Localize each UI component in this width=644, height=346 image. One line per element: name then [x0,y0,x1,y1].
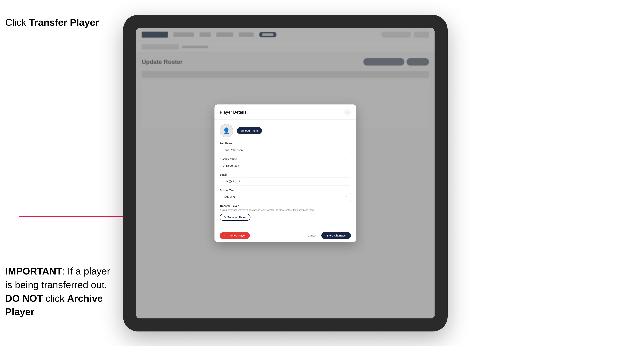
archive-player-button[interactable]: ⬇ Archive Player [220,232,250,239]
display-name-label: Display Name [220,158,351,161]
transfer-player-button-label: Transfer Player [228,216,246,219]
modal-footer: ⬇ Archive Player Cancel Save Changes [214,229,356,242]
close-icon: × [347,110,349,114]
modal-title: Player Details [220,110,246,115]
display-name-group: Display Name [220,158,351,170]
email-group: Email [220,173,351,185]
save-changes-button[interactable]: Save Changes [321,232,351,239]
full-name-input[interactable] [220,146,351,154]
avatar: 👤 [220,124,233,138]
email-label: Email [220,173,351,176]
school-year-group: School Year First Year Second Year Third… [220,189,351,201]
display-name-input[interactable] [220,162,351,170]
archive-player-label: Archive Player [228,234,246,237]
full-name-group: Full Name [220,142,351,154]
full-name-label: Full Name [220,142,351,145]
avatar-section: 👤 Upload Photo [220,124,351,138]
modal-header: Player Details × [214,104,356,120]
instruction-important-label: IMPORTANT [5,266,62,277]
transfer-player-button[interactable]: ⟳ Transfer Player [220,214,250,221]
modal-overlay: Player Details × 👤 Upload Photo [136,28,434,319]
archive-icon: ⬇ [224,234,226,237]
instruction-bottom: IMPORTANT: If a player is being transfer… [5,264,114,319]
instruction-do-not-label: DO NOT [5,293,43,304]
tablet-device: Update Roster [123,15,448,332]
school-year-select[interactable]: First Year Second Year Third Year Fourth… [220,193,351,201]
transfer-section-description: If this player has moved to another scho… [220,208,351,212]
email-input[interactable] [220,177,351,185]
cancel-button[interactable]: Cancel [304,232,319,239]
instruction-bottom-text2: click [43,293,67,304]
tablet-screen: Update Roster [136,28,434,319]
instruction-top: Click Transfer Player [5,17,99,28]
transfer-section-title: Transfer Player [220,204,351,207]
modal-close-button[interactable]: × [344,109,351,116]
transfer-section: Transfer Player If this player has moved… [220,204,351,221]
player-details-modal: Player Details × 👤 Upload Photo [214,104,356,242]
school-year-label: School Year [220,189,351,192]
person-icon: 👤 [223,127,230,134]
upload-photo-button[interactable]: Upload Photo [237,127,262,134]
annotation-vertical-line [19,37,20,216]
instruction-top-bold: Transfer Player [29,17,99,28]
instruction-top-text: Click [5,17,29,28]
transfer-icon: ⟳ [224,216,226,219]
modal-body: 👤 Upload Photo Full Name Display Name [214,120,356,229]
